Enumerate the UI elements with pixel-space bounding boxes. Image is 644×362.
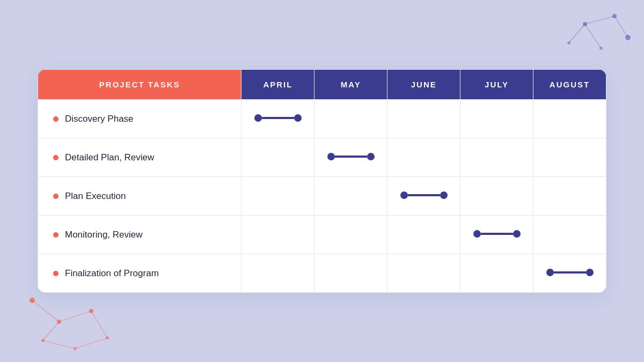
gantt-dot-start-1 [254, 114, 262, 122]
gantt-cell-1-april [241, 100, 314, 138]
gantt-cell-4-august [533, 216, 606, 254]
svg-point-10 [57, 320, 61, 324]
svg-line-18 [43, 341, 75, 349]
svg-point-11 [89, 309, 93, 313]
gantt-cell-2-may [314, 138, 387, 177]
task-bullet-1 [53, 116, 58, 122]
gantt-cell-5-may [314, 254, 387, 293]
task-label-4: Monitoring, Review [38, 216, 241, 254]
table-row: Finalization of Program [38, 254, 606, 293]
gantt-cell-3-june [387, 177, 460, 216]
gantt-dot-end-5 [586, 269, 594, 276]
gantt-bar-5 [546, 269, 594, 276]
svg-line-17 [43, 322, 59, 341]
gantt-line-1 [262, 117, 294, 119]
gantt-bar-4 [473, 230, 521, 238]
svg-line-8 [569, 24, 585, 43]
header-april: APRIL [241, 70, 314, 100]
header-august: AUGUST [533, 70, 606, 100]
task-bullet-3 [53, 194, 58, 199]
gantt-cell-3-august [533, 177, 606, 216]
task-bullet-5 [53, 271, 58, 276]
table-row: Monitoring, Review [38, 216, 606, 254]
gantt-cell-4-june [387, 216, 460, 254]
svg-point-13 [41, 339, 45, 342]
task-label-5: Finalization of Program [38, 254, 241, 293]
task-bullet-2 [53, 155, 58, 160]
gantt-line-4 [481, 233, 513, 235]
gantt-cell-1-june [387, 100, 460, 138]
gantt-cell-1-may [314, 100, 387, 138]
svg-line-16 [59, 311, 91, 322]
table-row: Detailed Plan, Review [38, 138, 606, 177]
gantt-cell-4-july [460, 216, 533, 254]
task-bullet-4 [53, 232, 58, 238]
svg-point-4 [567, 41, 570, 45]
gantt-cell-5-april [241, 254, 314, 293]
gantt-cell-3-july [460, 177, 533, 216]
gantt-dot-start-2 [327, 153, 335, 160]
header-june: JUNE [387, 70, 460, 100]
svg-line-15 [32, 300, 59, 322]
gantt-cell-2-august [533, 138, 606, 177]
gantt-dot-end-1 [294, 114, 302, 122]
gantt-cell-2-july [460, 138, 533, 177]
task-label-1: Discovery Phase [38, 100, 241, 138]
header-tasks: PROJECT TASKS [38, 70, 241, 100]
gantt-cell-2-june [387, 138, 460, 177]
gantt-dot-end-4 [513, 230, 521, 238]
table-row: Discovery Phase [38, 100, 606, 138]
gantt-cell-2-april [241, 138, 314, 177]
gantt-cell-4-april [241, 216, 314, 254]
task-label-3: Plan Execution [38, 177, 241, 216]
header-july: JULY [460, 70, 533, 100]
svg-line-20 [91, 311, 107, 338]
gantt-table: PROJECT TASKS APRIL MAY JUNE JULY AUGUST… [38, 69, 606, 293]
gantt-dot-end-3 [440, 191, 448, 199]
svg-line-5 [585, 16, 614, 24]
gantt-cell-1-august [533, 100, 606, 138]
gantt-cell-1-july [460, 100, 533, 138]
gantt-bar-1 [254, 114, 302, 122]
gantt-line-5 [554, 271, 586, 274]
gantt-dot-start-5 [546, 269, 554, 276]
gantt-cell-5-july [460, 254, 533, 293]
svg-line-19 [75, 338, 107, 349]
gantt-chart-card: PROJECT TASKS APRIL MAY JUNE JULY AUGUST… [38, 69, 606, 293]
gantt-cell-3-may [314, 177, 387, 216]
gantt-dot-start-4 [473, 230, 481, 238]
svg-point-1 [612, 14, 617, 18]
gantt-cell-5-august [533, 254, 606, 293]
svg-line-6 [614, 16, 628, 38]
gantt-bar-2 [327, 153, 375, 160]
svg-point-12 [106, 336, 109, 339]
gantt-dot-end-2 [367, 153, 375, 160]
gantt-cell-5-june [387, 254, 460, 293]
svg-point-2 [625, 35, 631, 40]
table-row: Plan Execution [38, 177, 606, 216]
gantt-cell-4-may [314, 216, 387, 254]
task-label-2: Detailed Plan, Review [38, 138, 241, 177]
gantt-bar-3 [400, 191, 448, 199]
gantt-dot-start-3 [400, 191, 408, 199]
svg-point-9 [30, 298, 35, 303]
gantt-line-3 [408, 194, 440, 196]
svg-point-0 [583, 22, 587, 26]
svg-line-7 [585, 24, 601, 48]
svg-point-14 [74, 347, 77, 350]
header-may: MAY [314, 70, 387, 100]
gantt-cell-3-april [241, 177, 314, 216]
svg-point-3 [599, 47, 603, 50]
gantt-line-2 [335, 156, 367, 158]
